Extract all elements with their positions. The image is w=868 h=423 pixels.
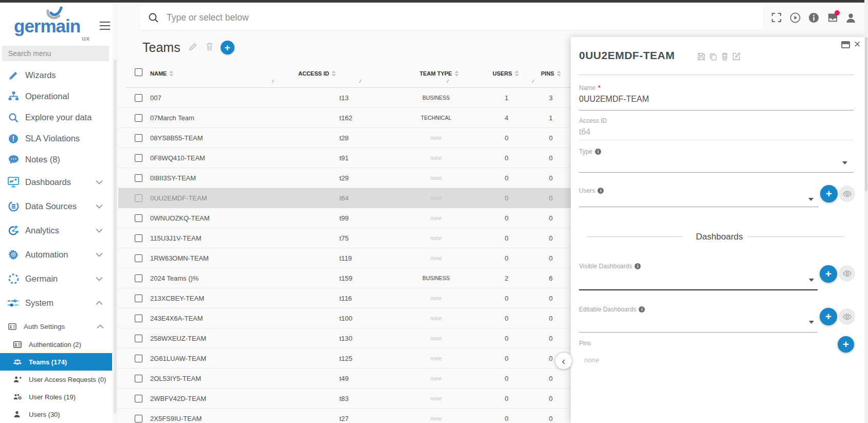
row-checkbox[interactable] bbox=[135, 335, 142, 342]
row-checkbox[interactable] bbox=[135, 295, 142, 302]
type-dropdown-caret[interactable] bbox=[842, 161, 847, 164]
sidebar-item-data-sources[interactable]: Data Sources bbox=[0, 194, 112, 218]
global-search-input[interactable] bbox=[167, 6, 732, 30]
expand-panel-icon[interactable] bbox=[841, 41, 850, 48]
view-users-button[interactable] bbox=[839, 186, 855, 202]
column-header-users[interactable]: USERS bbox=[493, 70, 519, 77]
add-editable-dashboard-button[interactable]: + bbox=[820, 308, 837, 325]
sort-icon[interactable] bbox=[515, 70, 519, 77]
column-header-team-type[interactable]: TEAM TYPE bbox=[420, 70, 459, 77]
save-icon[interactable] bbox=[697, 52, 706, 63]
user-profile-icon[interactable] bbox=[845, 12, 857, 24]
table-row[interactable]: 2OL53IY5-TEAMt49none00 bbox=[118, 369, 581, 389]
sidebar-search-input[interactable] bbox=[2, 46, 109, 61]
row-checkbox[interactable] bbox=[135, 274, 142, 282]
play-circle-icon[interactable] bbox=[790, 12, 801, 24]
column-resize-handle[interactable]: ∕∕ bbox=[447, 79, 448, 84]
row-checkbox[interactable] bbox=[135, 234, 142, 242]
editable-dashboards-caret[interactable] bbox=[809, 321, 814, 324]
chevron-down-icon[interactable] bbox=[96, 180, 103, 185]
table-row[interactable]: 2WBFV42D-TEAMt83none00 bbox=[118, 389, 581, 409]
row-checkbox[interactable] bbox=[135, 94, 142, 102]
row-checkbox[interactable] bbox=[135, 114, 142, 122]
users-dropdown-caret[interactable] bbox=[808, 198, 813, 201]
table-row[interactable]: 1RW63OMN-TEAMt119none00 bbox=[118, 248, 581, 268]
column-resize-handle[interactable]: ∕∕ bbox=[360, 79, 360, 84]
info-icon[interactable]: i bbox=[635, 263, 641, 269]
table-row[interactable]: 258WXEUZ-TEAMt130none00 bbox=[118, 328, 581, 348]
row-checkbox[interactable] bbox=[135, 395, 142, 402]
sidebar-item-automation[interactable]: Automation bbox=[0, 243, 112, 267]
row-checkbox[interactable] bbox=[135, 415, 142, 422]
menu-toggle-icon[interactable] bbox=[100, 19, 110, 28]
sidebar-item-sla-violations[interactable]: SLA Violations bbox=[0, 128, 112, 149]
add-pin-button[interactable]: + bbox=[838, 336, 854, 353]
row-checkbox[interactable] bbox=[135, 174, 142, 182]
row-checkbox[interactable] bbox=[135, 315, 142, 322]
table-row[interactable]: 07March Teamt162TECHNICAL41 bbox=[118, 108, 581, 128]
chevron-up-icon[interactable] bbox=[97, 324, 104, 329]
table-row[interactable]: 213XCBEY-TEAMt116none00 bbox=[118, 288, 581, 308]
row-checkbox[interactable] bbox=[135, 214, 142, 222]
table-row[interactable]: 007t13BUSINESS13 bbox=[118, 88, 581, 108]
info-icon[interactable]: i bbox=[598, 188, 604, 194]
view-visible-dashboards-button[interactable] bbox=[839, 265, 855, 282]
sidebar-item-users-30[interactable]: Users (30) bbox=[0, 406, 112, 423]
row-checkbox[interactable] bbox=[135, 194, 142, 202]
chevron-down-icon[interactable] bbox=[96, 204, 103, 209]
table-row[interactable]: 243E4X6A-TEAMt100none00 bbox=[118, 308, 581, 328]
sidebar-item-operational[interactable]: Operational bbox=[0, 86, 112, 107]
view-editable-dashboards-button[interactable] bbox=[839, 308, 855, 325]
chevron-down-icon[interactable] bbox=[96, 277, 103, 281]
row-checkbox[interactable] bbox=[135, 154, 142, 162]
info-icon[interactable]: i bbox=[595, 149, 601, 155]
chevron-up-icon[interactable] bbox=[96, 301, 103, 305]
inbox-icon[interactable] bbox=[827, 12, 838, 24]
collapse-panel-button[interactable]: ‹ bbox=[555, 352, 572, 370]
chevron-down-icon[interactable] bbox=[96, 228, 103, 233]
column-resize-handle[interactable]: ∕∕ bbox=[533, 79, 533, 84]
name-field-value[interactable]: 0UU2EMDF-TEAM bbox=[579, 95, 649, 104]
add-users-button[interactable]: + bbox=[820, 185, 838, 203]
column-header-pins[interactable]: PINS bbox=[541, 70, 561, 77]
brand-logo[interactable]: germain ux bbox=[0, 3, 112, 44]
sidebar-item-teams-174[interactable]: Teams (174) bbox=[0, 353, 112, 371]
trash-icon[interactable] bbox=[721, 52, 729, 63]
sidebar-item-auth-settings[interactable]: Auth Settings bbox=[0, 317, 112, 336]
column-header-name[interactable]: NAME bbox=[150, 70, 173, 77]
sidebar-item-user-roles-19[interactable]: User Roles (19) bbox=[0, 388, 112, 406]
table-row[interactable]: 2G61LUAW-TEAMt125none00 bbox=[118, 348, 581, 369]
row-checkbox[interactable] bbox=[135, 375, 142, 382]
delete-icon[interactable] bbox=[206, 42, 213, 53]
sort-icon[interactable] bbox=[557, 70, 561, 77]
sidebar-scrollbar[interactable] bbox=[112, 3, 118, 423]
edit-note-icon[interactable] bbox=[732, 52, 740, 63]
copy-icon[interactable] bbox=[709, 52, 717, 63]
table-row[interactable]: 2X5FS9IU-TEAMt27none00 bbox=[118, 409, 581, 423]
info-icon[interactable] bbox=[808, 12, 820, 24]
add-visible-dashboard-button[interactable]: + bbox=[820, 265, 837, 283]
sidebar-item-wizards[interactable]: Wizards bbox=[0, 65, 112, 86]
table-row[interactable]: 115U3J1V-TEAMt75none00 bbox=[118, 228, 581, 248]
table-row[interactable]: 0I8II3SY-TEAMt29none00 bbox=[118, 168, 581, 188]
add-team-button[interactable]: + bbox=[221, 41, 234, 54]
visible-dashboards-caret[interactable] bbox=[809, 279, 814, 282]
select-all-checkbox[interactable] bbox=[135, 68, 142, 76]
sidebar-item-germain[interactable]: Germain bbox=[0, 267, 112, 291]
table-row[interactable]: 0WNUOZKQ-TEAMt99none00 bbox=[118, 208, 581, 228]
sidebar-item-dashboards[interactable]: Dashboards bbox=[0, 170, 112, 194]
column-resize-handle[interactable]: ∕∕ bbox=[273, 79, 273, 84]
table-row[interactable]: 0UU2EMDF-TEAMt64none00 bbox=[118, 188, 581, 208]
sidebar-item-authentication-2[interactable]: Authentication (2) bbox=[0, 336, 112, 353]
sort-icon[interactable] bbox=[169, 70, 173, 77]
sort-icon[interactable] bbox=[455, 70, 459, 77]
row-checkbox[interactable] bbox=[135, 254, 142, 262]
sidebar-item-explore-your-data[interactable]: Explore your data bbox=[0, 107, 112, 128]
row-checkbox[interactable] bbox=[135, 134, 142, 142]
column-header-access-id[interactable]: ACCESS ID bbox=[298, 70, 336, 77]
edit-icon[interactable] bbox=[189, 42, 197, 53]
fullscreen-icon[interactable] bbox=[771, 12, 783, 24]
row-checkbox[interactable] bbox=[135, 355, 142, 362]
sidebar-item-notes[interactable]: Notes (8) bbox=[0, 149, 112, 170]
sidebar-item-user-access-requests-0[interactable]: User Access Requests (0) bbox=[0, 371, 112, 388]
